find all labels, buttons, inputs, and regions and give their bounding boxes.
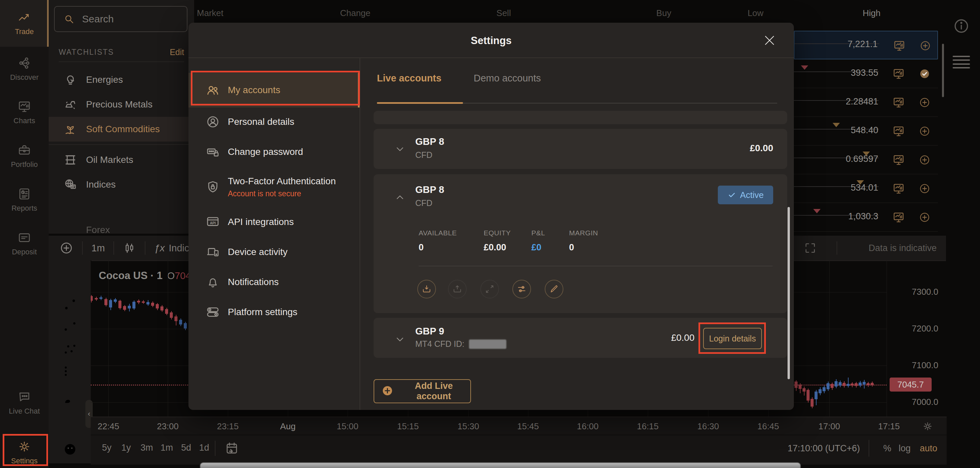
clock-label[interactable]: 17:10:00 (UTC+6) <box>788 443 860 454</box>
chart-footer: 17:10:00 (UTC+6) 5y1y3m1m5d1d%logauto <box>91 434 947 465</box>
open-chart-icon[interactable] <box>892 153 905 166</box>
market-row[interactable]: 1,030.3 <box>794 203 938 232</box>
pattern-tool-icon[interactable] <box>63 342 77 356</box>
open-chart-icon[interactable] <box>892 211 905 224</box>
modal-scrollbar[interactable] <box>788 207 790 379</box>
open-chart-icon[interactable] <box>893 39 905 52</box>
open-chart-icon[interactable] <box>892 67 905 80</box>
search-field[interactable] <box>54 6 188 32</box>
add-to-watchlist-icon[interactable] <box>920 40 931 51</box>
add-live-account-button[interactable]: Add Live account <box>374 379 471 403</box>
sidebar-item-trade[interactable]: Trade <box>0 0 49 47</box>
indicators-button[interactable]: Indic <box>169 243 189 254</box>
column-header-sell[interactable]: Sell <box>496 8 511 18</box>
transfer-button[interactable] <box>480 280 499 299</box>
deposit-button[interactable] <box>417 280 436 299</box>
range-button-1y[interactable]: 1y <box>121 442 131 453</box>
range-button-1m[interactable]: 1m <box>161 442 173 453</box>
nav-item-two-factor[interactable]: Two-Factor AuthenticationAccount is not … <box>188 168 360 206</box>
market-row[interactable]: 534.01 <box>794 174 938 203</box>
table-scrollbar[interactable] <box>942 44 944 97</box>
watchlist-item-indices[interactable]: Indices <box>49 172 194 197</box>
market-row[interactable]: 0.69597 <box>794 145 938 174</box>
trend-line-tool-icon[interactable] <box>63 297 77 312</box>
sidebar-item-discover[interactable]: Discover <box>0 50 49 89</box>
column-header-market[interactable]: Market <box>197 8 223 18</box>
calendar-go-to-date-icon[interactable] <box>225 441 239 455</box>
open-chart-icon[interactable] <box>892 182 905 195</box>
crosshair-tool-icon[interactable] <box>63 275 77 289</box>
column-header-low[interactable]: Low <box>748 8 764 18</box>
close-icon[interactable] <box>762 34 776 47</box>
watchlists-edit-button[interactable]: Edit <box>170 47 184 57</box>
sidebar-item-portfolio[interactable]: Portfolio <box>0 137 49 176</box>
nav-item-notifications[interactable]: Notifications <box>188 268 360 296</box>
market-row[interactable]: 393.55 <box>794 59 938 88</box>
add-to-watchlist-icon[interactable] <box>919 97 930 108</box>
nav-item-personal-details[interactable]: Personal details <box>188 107 360 136</box>
add-to-watchlist-icon[interactable] <box>919 126 930 137</box>
account-card-gbp8-expanded[interactable]: GBP 8 CFD Active AVAILABLE0EQUITY£0.00P&… <box>374 174 787 313</box>
nav-item-device-activity[interactable]: Device activity <box>188 238 360 267</box>
trend-down-icon <box>801 65 808 70</box>
nav-item-change-password[interactable]: Change password <box>188 137 360 166</box>
candle-body <box>165 309 168 314</box>
forecast-tool-icon[interactable] <box>63 364 77 379</box>
layout-menu-icon[interactable] <box>953 54 970 70</box>
add-to-watchlist-icon[interactable] <box>919 154 930 166</box>
price-axis[interactable]: 7300.07200.07100.07000.07045.7 <box>886 260 947 417</box>
range-button-5d[interactable]: 5d <box>181 442 191 453</box>
add-to-watchlist-icon[interactable] <box>919 212 930 223</box>
nav-item-platform-settings[interactable]: Platform settings <box>188 298 360 326</box>
chevron-up-icon[interactable] <box>394 192 406 203</box>
range-button-5y[interactable]: 5y <box>102 442 112 453</box>
fullscreen-icon[interactable] <box>804 242 816 254</box>
candle-style-icon[interactable] <box>123 241 136 255</box>
added-check-icon[interactable] <box>919 68 930 80</box>
open-chart-icon[interactable] <box>892 125 905 137</box>
nav-item-api-integrations[interactable]: APIAPI integrations <box>188 208 360 236</box>
scale-%-button[interactable]: % <box>883 443 891 454</box>
smiley-tool-icon[interactable] <box>63 442 77 457</box>
watchlist-item-soft-commodities[interactable]: Soft Commodities <box>49 117 194 142</box>
column-header-change[interactable]: Change <box>340 8 370 18</box>
brush-tool-icon[interactable] <box>63 391 77 406</box>
watchlist-item-precious-metals[interactable]: Precious Metals <box>49 92 194 117</box>
column-header-high[interactable]: High <box>862 8 880 18</box>
channels-tool-icon[interactable] <box>63 319 77 334</box>
withdraw-button[interactable] <box>448 280 467 299</box>
edit-button[interactable] <box>545 280 563 299</box>
account-settings-button[interactable] <box>512 280 531 299</box>
sidebar-item-reports[interactable]: Reports <box>0 180 49 220</box>
market-row[interactable]: 7,221.1 <box>794 31 938 59</box>
axis-settings-gear-icon[interactable] <box>922 421 933 432</box>
account-card-gbp8-collapsed[interactable]: GBP 8 CFD £0.00 <box>374 129 787 169</box>
sidebar-item-live-chat[interactable]: Live Chat <box>0 383 49 423</box>
market-row[interactable]: 2.28481 <box>794 88 938 117</box>
tab-demo-accounts[interactable]: Demo accounts <box>474 73 541 84</box>
scale-auto-button[interactable]: auto <box>920 443 937 454</box>
text-tool-tool-icon[interactable] <box>63 417 77 432</box>
search-input[interactable] <box>81 13 176 25</box>
range-button-3m[interactable]: 3m <box>140 442 153 453</box>
tab-live-accounts[interactable]: Live accounts <box>377 73 441 84</box>
range-button-1d[interactable]: 1d <box>199 442 209 453</box>
chevron-down-icon[interactable] <box>394 144 406 155</box>
watchlist-item-oil-markets[interactable]: Oil Markets <box>49 147 194 172</box>
watchlist-item-forex[interactable]: Forex <box>49 218 194 234</box>
chevron-down-icon[interactable] <box>394 334 406 345</box>
time-axis[interactable]: 22:4523:0023:15Aug15:0015:1515:3015:4516… <box>91 417 947 435</box>
market-row[interactable]: 548.40 <box>794 117 938 145</box>
fx-icon[interactable]: ƒx <box>154 242 165 254</box>
add-to-watchlist-icon[interactable] <box>919 183 930 194</box>
timeframe-button[interactable]: 1m <box>91 243 105 254</box>
open-chart-icon[interactable] <box>892 96 905 109</box>
watchlist-item-energies[interactable]: Energies <box>49 67 194 92</box>
account-card-gbp9[interactable]: GBP 9 MT4 CFD ID: £0.00 Login details <box>374 318 787 358</box>
sidebar-item-charts[interactable]: Charts <box>0 93 49 132</box>
sidebar-item-deposit[interactable]: Deposit <box>0 224 49 264</box>
scale-log-button[interactable]: log <box>899 443 911 454</box>
add-chart-icon[interactable] <box>59 241 73 255</box>
column-header-buy[interactable]: Buy <box>657 8 671 18</box>
info-icon[interactable] <box>953 18 970 35</box>
